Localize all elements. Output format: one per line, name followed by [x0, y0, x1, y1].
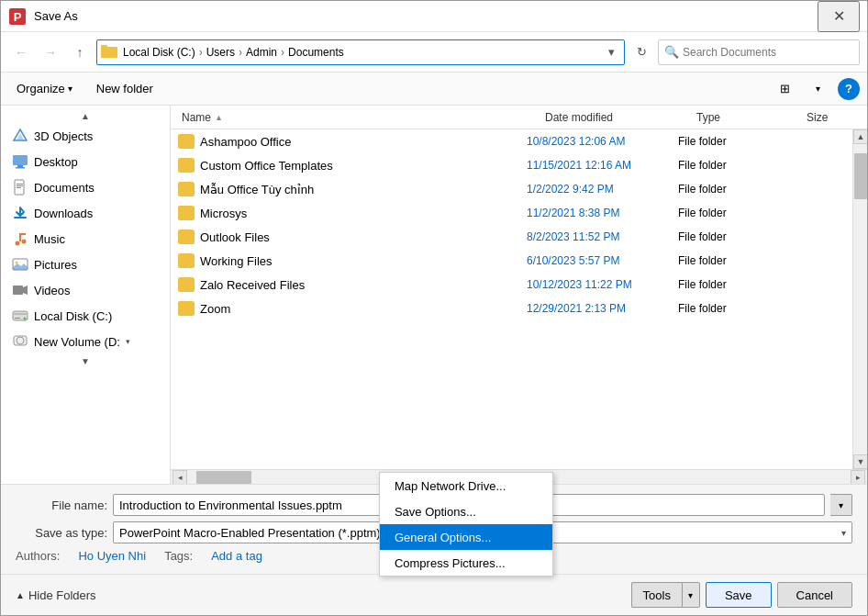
tools-dropdown-button[interactable]: ▾: [682, 582, 700, 608]
sidebar-item-desktop[interactable]: Desktop: [1, 149, 170, 174]
table-row[interactable]: Microsys 11/2/2021 8:38 PM File folder: [171, 201, 852, 225]
help-button[interactable]: ?: [838, 78, 860, 100]
table-row[interactable]: Custom Office Templates 11/15/2021 12:16…: [171, 153, 852, 177]
sidebar-item-downloads[interactable]: Downloads: [1, 200, 170, 226]
back-button[interactable]: ←: [8, 39, 34, 65]
tools-menu: Map Network Drive... Save Options... Gen…: [379, 472, 553, 577]
resize-grip[interactable]: ⁢: [852, 600, 867, 615]
svg-rect-20: [19, 233, 26, 235]
authors-label: Authors:: [16, 549, 60, 563]
table-row[interactable]: Outlook Files 8/2/2023 11:52 PM File fol…: [171, 225, 852, 249]
savetype-label: Save as type:: [16, 526, 107, 540]
filename-dropdown-button[interactable]: ▾: [830, 494, 852, 516]
search-input[interactable]: [683, 46, 853, 59]
file-name: Mẫu Office Tùy chỉnh: [200, 183, 314, 196]
cancel-button[interactable]: Cancel: [777, 582, 852, 608]
file-type-cell: File folder: [678, 183, 788, 196]
svg-marker-25: [23, 286, 28, 295]
table-row[interactable]: Ashampoo Office 10/8/2023 12:06 AM File …: [171, 129, 852, 153]
tools-button[interactable]: Tools: [631, 582, 682, 608]
local-disk-icon: [12, 308, 28, 324]
view-icon: ⊞: [780, 82, 790, 95]
breadcrumb: Local Disk (C:) › Users › Admin › Docume…: [123, 46, 598, 59]
up-button[interactable]: ↑: [67, 39, 93, 65]
scrollbar-down-button[interactable]: ▼: [853, 454, 867, 469]
3d-objects-icon: [12, 128, 28, 144]
file-list: Ashampoo Office 10/8/2023 12:06 AM File …: [171, 129, 852, 469]
table-row[interactable]: Mẫu Office Tùy chỉnh 1/2/2022 9:42 PM Fi…: [171, 177, 852, 201]
organize-button[interactable]: Organize ▾: [8, 78, 81, 100]
file-name: Working Files: [200, 254, 273, 268]
file-name-cell: Custom Office Templates: [178, 158, 527, 173]
svg-text:P: P: [14, 10, 22, 24]
refresh-button[interactable]: ↻: [629, 39, 654, 65]
tags-label: Tags:: [164, 549, 193, 563]
scrollbar-thumb[interactable]: [854, 153, 867, 199]
tools-button-group: Tools ▾ Map Network Drive... Save Option…: [631, 582, 700, 608]
new-folder-button[interactable]: New folder: [88, 78, 161, 100]
table-row[interactable]: Working Files 6/10/2023 5:57 PM File fol…: [171, 249, 852, 273]
sidebar-item-videos[interactable]: Videos: [1, 277, 170, 303]
h-scroll-thumb[interactable]: [196, 471, 251, 484]
folder-icon: [178, 230, 195, 244]
sidebar-expand-icon: ▾: [126, 337, 130, 346]
folder-icon: [178, 277, 195, 292]
forward-button[interactable]: →: [38, 39, 63, 65]
table-row[interactable]: Zalo Received Files 10/12/2023 11:22 PM …: [171, 273, 852, 297]
main-content: ▲ 3D Objects: [1, 106, 867, 484]
folder-icon: [178, 134, 195, 149]
scrollbar-up-button[interactable]: ▲: [853, 129, 867, 144]
sidebar-scroll-up[interactable]: ▲: [1, 109, 170, 123]
sidebar-item-music[interactable]: Music: [1, 226, 170, 252]
address-bar-folder-icon: [101, 43, 119, 62]
tags-value[interactable]: Add a tag: [211, 549, 262, 563]
authors-value[interactable]: Ho Uyen Nhi: [78, 549, 146, 563]
file-name: Zoom: [200, 302, 230, 316]
menu-item-save-options[interactable]: Save Options...: [380, 498, 552, 524]
menu-item-map-network[interactable]: Map Network Drive...: [380, 473, 552, 498]
file-date-cell: 12/29/2021 2:13 PM: [527, 302, 678, 315]
file-name-cell: Microsys: [178, 206, 527, 220]
view-toggle-button[interactable]: ⊞: [772, 78, 797, 100]
file-name: Microsys: [200, 207, 247, 220]
hide-folders-button[interactable]: ▲ Hide Folders: [16, 588, 96, 602]
svg-rect-24: [13, 286, 23, 295]
col-size-header[interactable]: Size: [803, 111, 867, 124]
search-box[interactable]: 🔍: [658, 39, 860, 65]
h-scroll-left[interactable]: ◂: [172, 470, 187, 485]
close-button[interactable]: ✕: [818, 1, 860, 32]
table-row[interactable]: Zoom 12/29/2021 2:13 PM File folder: [171, 297, 852, 320]
menu-item-general-options[interactable]: General Options...: [380, 524, 552, 550]
file-list-header: Name ▲ Date modified Type Size: [171, 106, 867, 129]
file-date-cell: 6/10/2023 5:57 PM: [527, 254, 678, 267]
h-scroll-right[interactable]: ▸: [851, 470, 865, 485]
sidebar-item-local-disk[interactable]: Local Disk (C:): [1, 303, 170, 329]
filename-dropdown-icon: ▾: [839, 500, 843, 510]
file-name: Custom Office Templates: [200, 159, 333, 173]
svg-rect-12: [17, 187, 21, 188]
dialog-title: Save As: [34, 9, 818, 23]
col-name-header[interactable]: Name ▲: [178, 111, 541, 124]
address-bar[interactable]: Local Disk (C:) › Users › Admin › Docume…: [96, 39, 625, 65]
save-as-dialog: P Save As ✕ ← → ↑ Local Disk (C:) ›: [0, 0, 868, 616]
file-name: Zalo Received Files: [200, 278, 305, 292]
save-button[interactable]: Save: [706, 582, 772, 608]
sidebar-item-3d-objects[interactable]: 3D Objects: [1, 123, 170, 149]
menu-item-compress-pictures[interactable]: Compress Pictures...: [380, 550, 552, 576]
col-type-header[interactable]: Type: [693, 111, 803, 124]
file-date-cell: 10/8/2023 12:06 AM: [527, 135, 678, 148]
svg-point-28: [24, 318, 27, 320]
col-date-header[interactable]: Date modified: [541, 111, 693, 124]
desktop-icon: [12, 153, 28, 170]
sidebar-item-new-volume[interactable]: New Volume (D: ▾: [1, 329, 170, 354]
sidebar-scroll-down[interactable]: ▼: [1, 354, 170, 368]
pictures-icon: [12, 256, 28, 273]
sidebar-item-documents[interactable]: Documents: [1, 174, 170, 200]
action-bar: Organize ▾ New folder ⊞ ▾ ?: [1, 73, 867, 106]
address-dropdown-button[interactable]: ▾: [602, 39, 620, 65]
vertical-scrollbar[interactable]: ▲ ▼: [852, 129, 867, 469]
scrollbar-track[interactable]: [853, 144, 867, 454]
sidebar-item-pictures[interactable]: Pictures: [1, 252, 170, 277]
view-dropdown-button[interactable]: ▾: [805, 78, 830, 100]
sidebar-item-label: Local Disk (C:): [34, 309, 112, 323]
